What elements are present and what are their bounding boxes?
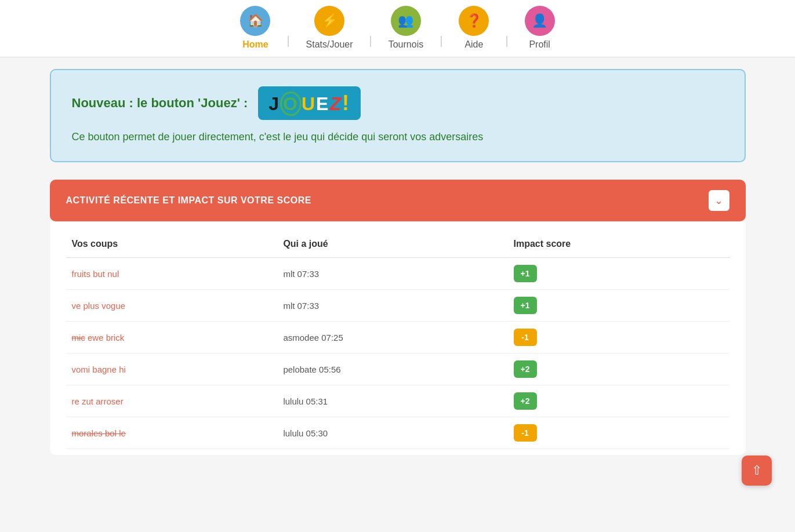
announcement-box: Nouveau : le bouton 'Jouez' : JOUEZ! Ce … — [50, 69, 746, 162]
coup-link[interactable]: re zut arroser — [72, 396, 124, 406]
score-cell: -1 — [508, 417, 729, 449]
coup-cell[interactable]: vomi bagne hi — [66, 354, 278, 385]
score-badge: +1 — [514, 265, 537, 282]
collapse-button[interactable]: ⌄ — [709, 190, 729, 211]
activity-table-wrap: Vos coups Qui a joué Impact score fruits… — [50, 221, 746, 455]
activity-header: ACTIVITÉ RÉCENTE ET IMPACT SUR VOTRE SCO… — [50, 180, 746, 221]
qui-cell: mlt 07:33 — [277, 290, 507, 322]
coup-cell[interactable]: mic ewe brick — [66, 322, 278, 354]
nav-stats-label: Stats/Jouer — [306, 39, 353, 50]
coup-cell[interactable]: re zut arroser — [66, 385, 278, 417]
nav-tournois-label: Tournois — [389, 39, 423, 50]
nav-stats[interactable]: ⚡ Stats/Jouer — [290, 6, 369, 50]
table-row: re zut arroserlululu 05:31+2 — [66, 385, 729, 417]
nav-home[interactable]: 🏠 Home — [224, 6, 286, 50]
announcement-title-row: Nouveau : le bouton 'Jouez' : JOUEZ! — [72, 86, 724, 120]
score-cell: +2 — [508, 385, 729, 417]
qui-cell: pelobate 05:56 — [277, 354, 507, 385]
score-cell: +2 — [508, 354, 729, 385]
col-impact: Impact score — [508, 233, 729, 258]
coup-link[interactable]: ve plus vogue — [72, 301, 126, 311]
table-row: ve plus voguemlt 07:33+1 — [66, 290, 729, 322]
activity-title: ACTIVITÉ RÉCENTE ET IMPACT SUR VOTRE SCO… — [66, 195, 311, 206]
nav-aide[interactable]: ❓ Aide — [442, 6, 505, 50]
coup-link[interactable]: vomi bagne hi — [72, 365, 126, 374]
score-badge: +2 — [514, 392, 537, 410]
nav-aide-label: Aide — [464, 39, 483, 50]
activity-section: ACTIVITÉ RÉCENTE ET IMPACT SUR VOTRE SCO… — [50, 180, 746, 455]
main-nav: 🏠 Home | ⚡ Stats/Jouer | 👥 Tournois | ❓ … — [0, 0, 795, 57]
activity-table: Vos coups Qui a joué Impact score fruits… — [66, 233, 729, 449]
table-row: vomi bagne hipelobate 05:56+2 — [66, 354, 729, 385]
score-cell: +1 — [508, 290, 729, 322]
tournois-icon: 👥 — [391, 6, 421, 36]
coup-link[interactable]: fruits but nul — [72, 269, 119, 279]
score-badge: -1 — [514, 424, 537, 442]
table-row: mic ewe brickasmodee 07:25-1 — [66, 322, 729, 354]
coup-link[interactable]: morales bol le — [72, 428, 126, 438]
coup-cell[interactable]: fruits but nul — [66, 258, 278, 290]
table-header-row: Vos coups Qui a joué Impact score — [66, 233, 729, 258]
profil-icon: 👤 — [525, 6, 555, 36]
qui-cell: lululu 05:31 — [277, 385, 507, 417]
score-cell: +1 — [508, 258, 729, 290]
qui-cell: asmodee 07:25 — [277, 322, 507, 354]
score-cell: -1 — [508, 322, 729, 354]
home-icon: 🏠 — [240, 6, 270, 36]
nav-profil[interactable]: 👤 Profil — [509, 6, 571, 50]
jouez-badge[interactable]: JOUEZ! — [258, 86, 361, 120]
aide-icon: ❓ — [459, 6, 489, 36]
announcement-title: Nouveau : le bouton 'Jouez' : — [72, 96, 248, 111]
main-content: Nouveau : le bouton 'Jouez' : JOUEZ! Ce … — [38, 57, 757, 455]
qui-cell: mlt 07:33 — [277, 258, 507, 290]
coup-cell[interactable]: morales bol le — [66, 417, 278, 449]
announcement-desc: Ce bouton permet de jouer directement, c… — [72, 129, 724, 145]
coup-cell[interactable]: ve plus vogue — [66, 290, 278, 322]
table-row: morales bol lelululu 05:30-1 — [66, 417, 729, 449]
table-row: fruits but nulmlt 07:33+1 — [66, 258, 729, 290]
nav-home-label: Home — [242, 39, 268, 50]
jouez-text: JOUEZ! — [268, 91, 350, 115]
qui-cell: lululu 05:30 — [277, 417, 507, 449]
score-badge: +2 — [514, 360, 537, 378]
col-coups: Vos coups — [66, 233, 278, 258]
scroll-top-button[interactable]: ⇧ — [742, 456, 772, 486]
coup-link[interactable]: mic ewe brick — [72, 333, 125, 342]
stats-icon: ⚡ — [314, 6, 344, 36]
nav-tournois[interactable]: 👥 Tournois — [372, 6, 440, 50]
score-badge: -1 — [514, 329, 537, 346]
score-badge: +1 — [514, 297, 537, 314]
col-qui: Qui a joué — [277, 233, 507, 258]
nav-profil-label: Profil — [529, 39, 550, 50]
